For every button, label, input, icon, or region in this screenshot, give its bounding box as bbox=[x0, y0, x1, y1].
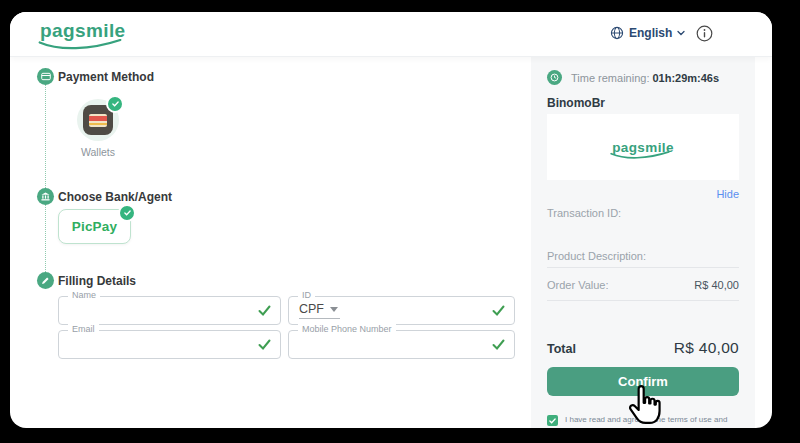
order-value-row: Order Value: R$ 40,00 bbox=[547, 279, 739, 291]
step3-indicator bbox=[37, 272, 54, 289]
name-input[interactable] bbox=[59, 297, 280, 324]
select-caret-icon bbox=[330, 307, 338, 312]
merchant-name: BinomoBr bbox=[547, 96, 605, 110]
confirm-button[interactable]: Confirm bbox=[547, 367, 739, 396]
phone-field: Mobile Phone Number bbox=[288, 330, 515, 359]
total-label: Total bbox=[547, 342, 576, 356]
time-remaining-value: 01h:29m:46s bbox=[652, 72, 719, 84]
logo-text: pagsmile bbox=[40, 20, 126, 41]
transaction-id-label: Transaction ID: bbox=[547, 207, 621, 219]
step3-title: Filling Details bbox=[58, 274, 136, 288]
step2-indicator bbox=[37, 188, 54, 205]
order-summary-panel: Time remaining:01h:29m:46s BinomoBr pags… bbox=[531, 57, 755, 428]
order-value: R$ 40,00 bbox=[694, 279, 739, 291]
picpay-check-badge bbox=[118, 204, 136, 222]
language-selector[interactable]: English bbox=[610, 26, 685, 40]
pagsmile-logo-small: pagsmile bbox=[612, 138, 674, 156]
card-icon bbox=[41, 72, 51, 81]
globe-icon bbox=[610, 26, 624, 40]
terms-text: I have read and agree to the terms of us… bbox=[565, 414, 727, 425]
divider bbox=[547, 300, 739, 301]
step1-indicator bbox=[37, 68, 54, 85]
id-field: ID CPF bbox=[288, 296, 515, 325]
order-value-label: Order Value: bbox=[547, 279, 609, 291]
email-valid-check-icon bbox=[258, 339, 271, 350]
time-remaining: Time remaining:01h:29m:46s bbox=[571, 72, 719, 84]
wallets-label: Wallets bbox=[68, 146, 128, 158]
terms-checkbox[interactable] bbox=[547, 415, 558, 426]
total-row: Total R$ 40,00 bbox=[547, 339, 739, 357]
terms-row: I have read and agree to the terms of us… bbox=[547, 414, 739, 426]
checkout-card: pagsmile English bbox=[10, 12, 772, 428]
step1-title: Payment Method bbox=[58, 70, 154, 84]
id-type-select[interactable]: CPF bbox=[299, 302, 340, 319]
language-label: English bbox=[629, 26, 672, 40]
pagsmile-logo: pagsmile bbox=[40, 20, 126, 42]
chevron-down-icon bbox=[677, 30, 685, 36]
info-button[interactable] bbox=[696, 25, 713, 42]
merchant-logo-box: pagsmile bbox=[547, 114, 739, 180]
name-field: Name bbox=[58, 296, 281, 325]
id-type-value: CPF bbox=[299, 302, 324, 316]
step-connector-line bbox=[45, 78, 46, 274]
product-description-label: Product Description: bbox=[547, 250, 646, 262]
page-background: pagsmile English bbox=[0, 0, 800, 443]
logo-swoosh-icon-small bbox=[610, 151, 670, 160]
divider bbox=[547, 267, 739, 268]
wallet-card-graphic bbox=[89, 114, 107, 127]
email-input[interactable] bbox=[59, 331, 280, 358]
bank-icon bbox=[41, 192, 50, 201]
logo-swoosh-icon bbox=[38, 39, 122, 51]
info-icon bbox=[696, 25, 713, 42]
total-value: R$ 40,00 bbox=[674, 339, 739, 357]
name-valid-check-icon bbox=[258, 305, 271, 316]
id-field-label: ID bbox=[298, 290, 315, 300]
phone-valid-check-icon bbox=[492, 339, 505, 350]
clock-icon bbox=[547, 70, 562, 85]
wallets-check-badge bbox=[106, 95, 124, 113]
email-field: Email bbox=[58, 330, 281, 359]
id-valid-check-icon bbox=[492, 305, 505, 316]
hide-link[interactable]: Hide bbox=[716, 188, 739, 200]
picpay-logo: PicPay bbox=[72, 219, 117, 234]
header: pagsmile English bbox=[10, 12, 772, 57]
step2-title: Choose Bank/Agent bbox=[58, 190, 172, 204]
time-remaining-label: Time remaining: bbox=[571, 72, 649, 84]
phone-input[interactable] bbox=[289, 331, 514, 358]
pencil-icon bbox=[41, 276, 50, 285]
